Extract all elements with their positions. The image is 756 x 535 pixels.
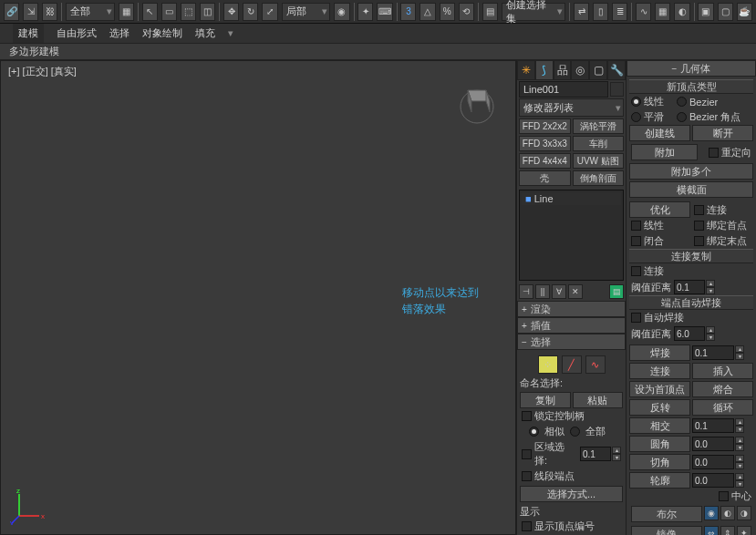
link-icon[interactable]: 🔗 [4,3,19,21]
seg-end-checkbox[interactable] [522,471,532,481]
render-frame-icon[interactable]: ▢ [718,3,733,21]
snap-toggle-icon[interactable]: 3 [400,3,416,21]
mirror-button[interactable]: 镜像 [631,526,702,535]
reverse-button[interactable]: 反转 [629,399,690,416]
connect-copy-checkbox[interactable] [631,266,641,276]
copy-sel-button[interactable]: 复制 [520,392,571,408]
unique-icon[interactable]: ∀ [552,284,566,299]
linear-radio[interactable] [631,97,641,107]
cycle-button[interactable]: 循环 [692,399,753,416]
tab-freeform[interactable]: 自由形式 [57,26,97,40]
fuse-button[interactable]: 熔合 [692,381,753,397]
threshold2-spinner[interactable] [674,326,705,341]
filter-icon[interactable]: ▦ [119,3,134,21]
percent-snap-icon[interactable]: % [440,3,455,21]
mirror-v-icon[interactable]: ⇕ [720,526,735,535]
center-checkbox[interactable] [719,491,729,501]
chamfer-button[interactable]: 切角 [629,454,690,470]
keyboard-icon[interactable]: ⌨ [377,3,392,21]
move-icon[interactable]: ✥ [223,3,239,21]
mod-ffd4[interactable]: FFD 4x4x4 [519,153,571,169]
break-button[interactable]: 断开 [692,125,753,141]
viewport[interactable]: [+] [正交] [真实] 移动点以来达到 错落效果 [0,60,516,535]
intersect-spinner[interactable] [692,418,734,433]
bezier-corner-radio[interactable] [677,112,687,122]
connect-button[interactable]: 连接 [629,363,690,379]
insert-button[interactable]: 插入 [692,363,753,379]
weld-spinner[interactable] [692,345,734,360]
render-setup-icon[interactable]: ▣ [698,3,713,21]
outline-button[interactable]: 轮廓 [629,472,690,489]
window-crossing-icon[interactable]: ◫ [200,3,215,21]
mod-lathe[interactable]: 车削 [573,136,625,151]
pivot-icon[interactable]: ◉ [334,3,349,21]
bezier-radio[interactable] [677,97,687,107]
mod-uvw[interactable]: UVW 贴图 [573,153,625,169]
close-checkbox[interactable] [631,236,641,246]
motion-tab-icon[interactable]: ◎ [571,60,589,80]
angle-snap-icon[interactable]: △ [419,3,435,21]
threshold-spinner[interactable] [674,280,705,294]
cross-section-button[interactable]: 横截面 [629,181,753,198]
fillet-button[interactable]: 圆角 [629,436,690,452]
selection-scope-dropdown[interactable]: 全部 [66,3,115,21]
similar-radio[interactable] [529,427,539,437]
object-name-field[interactable] [519,81,608,98]
render-icon[interactable]: ☕ [737,3,752,21]
utilities-tab-icon[interactable]: 🔧 [607,60,626,80]
schematic-icon[interactable]: ▦ [655,3,670,21]
auto-weld-checkbox[interactable] [631,313,641,323]
configure-sets-icon[interactable]: ▤ [609,284,624,299]
vertex-subobj-icon[interactable]: ⁘ [538,355,558,374]
mirror-h-icon[interactable]: ⇔ [704,526,719,535]
optimize-button[interactable]: 优化 [629,201,690,218]
segment-subobj-icon[interactable]: ╱ [562,355,582,374]
select-by-button[interactable]: 选择方式... [520,486,623,502]
rollout-selection[interactable]: −选择 [517,334,626,350]
mirror-both-icon[interactable]: ✦ [737,526,751,535]
chamfer-spinner[interactable] [692,455,734,469]
area-select-spinner[interactable] [580,447,611,461]
bind-last-checkbox[interactable] [694,236,704,246]
tab-object-paint[interactable]: 对象绘制 [142,26,182,40]
bool-union-icon[interactable]: ◉ [704,506,719,520]
rotate-icon[interactable]: ↻ [243,3,258,21]
tab-modeling[interactable]: 建模 [13,24,44,43]
ref-coord-dropdown[interactable]: 局部 [282,3,331,21]
modify-tab-icon[interactable]: ⟆ [535,60,554,80]
rollout-interpolation[interactable]: +插值 [517,317,626,334]
tab-selection[interactable]: 选择 [109,26,129,40]
connect-checkbox[interactable] [694,205,704,215]
object-color-swatch[interactable] [610,82,624,97]
material-icon[interactable]: ◐ [674,3,689,21]
boolean-button[interactable]: 布尔 [631,506,702,522]
viewcube[interactable] [451,74,502,125]
show-vert-num-checkbox[interactable] [522,521,532,531]
mod-shell[interactable]: 壳 [519,170,571,186]
mod-ffd2[interactable]: FFD 2x2x2 [519,118,571,134]
bool-int-icon[interactable]: ◑ [737,506,751,520]
outline-spinner[interactable] [692,473,734,488]
scale-icon[interactable]: ⤢ [262,3,277,21]
all-radio[interactable] [570,427,580,437]
spinner-snap-icon[interactable]: ⟲ [459,3,474,21]
edit-named-sel-icon[interactable]: ▤ [482,3,498,21]
bind-icon[interactable]: ⛓ [42,3,57,21]
mirror-tool-icon[interactable]: ⇄ [574,3,589,21]
reorient-checkbox[interactable] [709,148,719,158]
weld-button[interactable]: 焊接 [629,345,690,361]
named-selection-dropdown[interactable]: 创建选择集 [502,3,565,21]
rect-select-icon[interactable]: ⬚ [181,3,196,21]
linear-checkbox[interactable] [631,221,641,231]
select-name-icon[interactable]: ▭ [161,3,177,21]
ribbon-dropdown-icon[interactable]: ▾ [228,27,233,39]
attach-multiple-button[interactable]: 附加多个 [629,163,753,180]
mod-turbosmooth[interactable]: 涡轮平滑 [573,118,625,134]
manip-icon[interactable]: ✦ [357,3,373,21]
layer-icon[interactable]: ≣ [612,3,627,21]
align-icon[interactable]: ▯ [593,3,608,21]
paste-sel-button[interactable]: 粘贴 [573,392,624,408]
geometry-rollout-header[interactable]: − 几何体 [627,60,756,77]
remove-mod-icon[interactable]: ✕ [568,284,583,299]
curve-editor-icon[interactable]: ∿ [636,3,651,21]
